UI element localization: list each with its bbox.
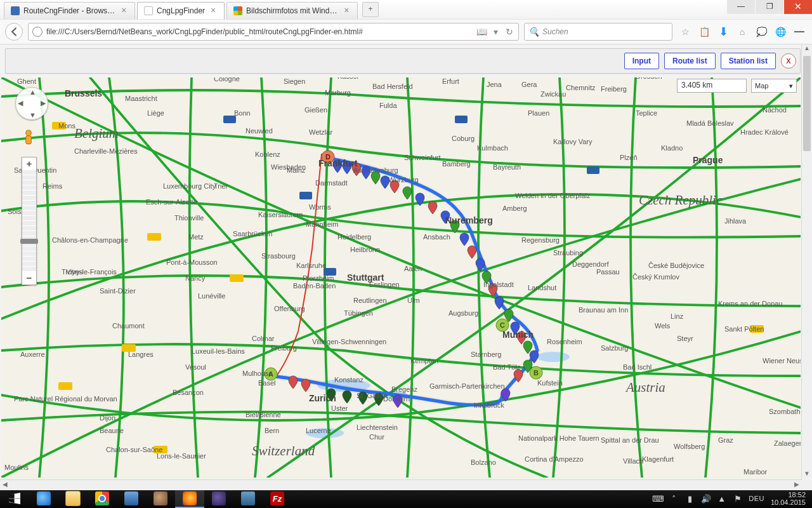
svg-text:Marburg: Marburg xyxy=(325,89,351,97)
maximize-button[interactable]: ❐ xyxy=(756,0,783,14)
tray-action-center-icon[interactable]: ⚑ xyxy=(733,494,742,504)
svg-text:Worms: Worms xyxy=(309,203,331,211)
svg-text:Zalaegerszeg: Zalaegerszeg xyxy=(774,439,801,447)
back-button[interactable] xyxy=(5,23,23,41)
close-panel-button[interactable]: X xyxy=(781,53,796,69)
taskbar-virtualbox[interactable] xyxy=(117,489,146,508)
tray-keyboard-icon[interactable]: ⌨ xyxy=(653,494,663,504)
tab-close-icon[interactable]: × xyxy=(343,6,351,15)
address-bar[interactable]: file:///C:/Users/Bernd/NetBeans_work/Cng… xyxy=(28,23,519,41)
svg-text:Aschaffenburg: Aschaffenburg xyxy=(353,166,398,174)
taskbar-ie[interactable] xyxy=(29,489,58,508)
tab-bildschirmfotos[interactable]: Bildschirmfotos mit Windo… × xyxy=(226,2,358,19)
svg-text:Bad Hersfeld: Bad Hersfeld xyxy=(372,83,413,90)
tab-close-icon[interactable]: × xyxy=(209,6,218,15)
tab-label: CngLpgFinder xyxy=(157,6,205,15)
svg-text:Cologne: Cologne xyxy=(214,77,240,83)
distance-readout: 3.405 km xyxy=(677,79,747,93)
new-tab-button[interactable]: + xyxy=(362,2,379,17)
svg-text:Gera: Gera xyxy=(521,81,537,88)
pan-down-icon[interactable]: ▼ xyxy=(29,111,36,119)
scroll-right-icon[interactable]: ▶ xyxy=(792,480,802,490)
tray-date: 10.04.2015 xyxy=(771,498,806,506)
svg-text:Karlsruhe: Karlsruhe xyxy=(296,262,326,269)
zoom-handle[interactable] xyxy=(20,239,38,244)
dropdown-icon[interactable]: ▾ xyxy=(490,27,501,37)
svg-text:Mulhouse: Mulhouse xyxy=(242,370,273,377)
svg-text:Starnberg: Starnberg xyxy=(471,351,501,358)
svg-text:Freiberg: Freiberg xyxy=(601,85,627,93)
reader-mode-icon[interactable]: 📖 xyxy=(476,27,487,37)
taskbar-filezilla[interactable]: Fz xyxy=(263,489,292,508)
map-type-selector[interactable]: Map ▾ xyxy=(751,79,797,93)
svg-text:Straubing: Straubing xyxy=(553,249,583,257)
route-list-button[interactable]: Route list xyxy=(664,53,716,69)
svg-text:Pont-à-Mousson: Pont-à-Mousson xyxy=(166,258,218,266)
tray-clock[interactable]: 18:52 10.04.2015 xyxy=(771,491,807,506)
svg-text:Ulm: Ulm xyxy=(407,297,420,304)
reload-icon[interactable]: ↻ xyxy=(504,27,514,37)
globe-toolbar-icon[interactable]: 🌐 xyxy=(775,27,785,37)
taskbar-chrome[interactable] xyxy=(88,489,117,508)
svg-text:Strasbourg: Strasbourg xyxy=(261,252,296,260)
pan-up-icon[interactable]: ▲ xyxy=(29,88,36,96)
taskbar-firefox[interactable] xyxy=(175,489,204,508)
tray-volume-icon[interactable]: 🔊 xyxy=(701,494,710,504)
map-canvas[interactable]: A B C D Brussels Maastricht Cologne Sieg… xyxy=(1,77,801,479)
svg-point-175 xyxy=(26,130,32,136)
firefox-icon xyxy=(183,491,197,505)
vertical-scrollbar[interactable]: ▲ ▼ xyxy=(801,44,812,490)
mysql-icon xyxy=(241,491,255,505)
taskbar-explorer[interactable] xyxy=(58,489,88,508)
svg-rect-14 xyxy=(299,192,312,199)
close-window-button[interactable]: ✕ xyxy=(784,0,812,14)
bookmark-star-icon[interactable]: ☆ xyxy=(680,27,690,37)
tray-chevron-up-icon[interactable]: ˄ xyxy=(669,494,679,504)
tray-language[interactable]: DEU xyxy=(749,495,764,502)
scroll-down-icon[interactable]: ▼ xyxy=(802,470,812,480)
search-icon: 🔍 xyxy=(528,27,539,37)
system-tray: ⌨ ˄ ▮ 🔊 ▲ ⚑ DEU 18:52 10.04.2015 xyxy=(648,491,812,506)
map-pan-control[interactable]: ▲ ▼ ◀ ▶ xyxy=(15,87,48,120)
clipboard-icon[interactable]: 📋 xyxy=(699,27,709,37)
pan-left-icon[interactable]: ◀ xyxy=(18,99,23,107)
zoom-in-button[interactable]: + xyxy=(22,157,36,170)
svg-text:Kufstein: Kufstein xyxy=(537,379,563,387)
minimize-button[interactable]: — xyxy=(727,0,755,14)
taskbar-mysql[interactable] xyxy=(233,489,263,508)
svg-text:Rosenheim: Rosenheim xyxy=(547,338,582,345)
tray-network-icon[interactable]: ▲ xyxy=(717,494,726,504)
svg-text:Bolzano: Bolzano xyxy=(471,458,496,466)
svg-text:Colmar: Colmar xyxy=(252,335,275,342)
tray-battery-icon[interactable]: ▮ xyxy=(685,494,695,504)
tab-routecngfinder[interactable]: RouteCngFinder - Browse … × xyxy=(4,2,135,19)
home-icon[interactable]: ⌂ xyxy=(737,27,747,37)
taskbar-gimp[interactable] xyxy=(146,489,175,508)
horizontal-scrollbar[interactable]: ◀ ▶ xyxy=(0,479,802,490)
start-button[interactable] xyxy=(0,489,29,508)
station-list-button[interactable]: Station list xyxy=(721,53,776,69)
svg-text:Gießen: Gießen xyxy=(304,106,327,114)
map-zoom-control[interactable]: + − xyxy=(22,157,37,285)
taskbar-eclipse[interactable] xyxy=(204,489,233,508)
input-button[interactable]: Input xyxy=(624,53,659,69)
svg-text:Spittal an der Drau: Spittal an der Drau xyxy=(601,436,659,444)
scroll-up-icon[interactable]: ▲ xyxy=(802,44,812,55)
zoom-slider[interactable] xyxy=(22,170,36,272)
streetview-pegman-icon[interactable] xyxy=(22,130,36,147)
hamburger-menu-icon[interactable] xyxy=(794,27,804,37)
download-icon[interactable]: ⬇ xyxy=(718,27,728,37)
chat-icon[interactable]: 💭 xyxy=(756,27,766,37)
pan-right-icon[interactable]: ▶ xyxy=(41,99,46,107)
tab-close-icon[interactable]: × xyxy=(120,6,128,15)
tab-label: RouteCngFinder - Browse … xyxy=(23,6,116,15)
svg-text:Salzburg: Salzburg xyxy=(601,344,628,352)
scroll-thumb[interactable] xyxy=(803,56,811,151)
svg-text:Heidelberg: Heidelberg xyxy=(337,233,371,241)
zoom-out-button[interactable]: − xyxy=(22,272,36,284)
search-bar[interactable]: 🔍 Suchen xyxy=(524,23,672,41)
scroll-left-icon[interactable]: ◀ xyxy=(0,480,10,490)
svg-text:Parc Naturel Régional du Morva: Parc Naturel Régional du Morvan xyxy=(14,395,117,403)
tab-cnglpgfinder[interactable]: CngLpgFinder × xyxy=(137,2,225,19)
svg-text:Beaune: Beaune xyxy=(100,427,124,434)
